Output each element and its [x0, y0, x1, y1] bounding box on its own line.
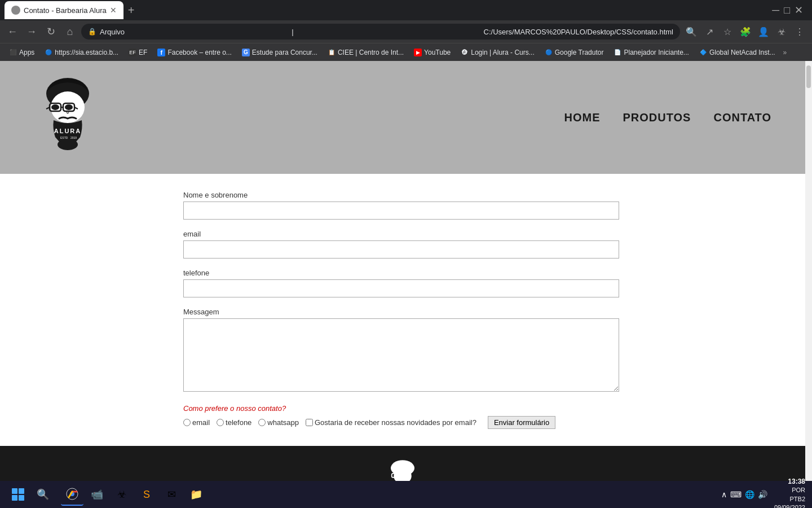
menu-icon[interactable]: ⋮: [792, 24, 807, 40]
nav-home[interactable]: HOME: [564, 111, 600, 124]
newsletter-option[interactable]: Gostaria de receber nossas novidades por…: [306, 418, 476, 427]
pref-whatsapp-label: whatsapp: [267, 418, 299, 427]
bookmark-estacio[interactable]: 🔵 https://sia.estacio.b...: [40, 46, 123, 59]
bookmark-alura[interactable]: 🅐 Login | Alura - Curs...: [456, 46, 539, 59]
close-icon[interactable]: ✕: [795, 4, 803, 16]
bookmark-planejador[interactable]: 📄 Planejador Iniciante...: [609, 46, 693, 59]
footer-logo: [383, 457, 422, 481]
nav-contact[interactable]: CONTATO: [713, 111, 771, 124]
keyboard-icon[interactable]: ⌨: [730, 490, 742, 499]
pref-phone-option[interactable]: telefone: [217, 418, 251, 427]
bookmark-youtube[interactable]: ▶ YouTube: [409, 46, 455, 59]
alura-favicon: 🅐: [461, 49, 469, 56]
reload-button[interactable]: ↻: [43, 24, 59, 40]
youtube-favicon: ▶: [414, 49, 422, 56]
svg-point-8: [65, 104, 73, 110]
address-url: |: [292, 28, 480, 36]
pref-whatsapp-radio[interactable]: [258, 419, 266, 426]
minimize-icon[interactable]: ─: [772, 5, 779, 16]
chrome-taskbar-app[interactable]: [61, 483, 83, 506]
chrome-icon: [65, 487, 79, 501]
translate-favicon: 🔵: [545, 49, 553, 56]
tab-bar: Contato - Barbearia Alura ✕ + ─ □ ✕: [0, 0, 812, 20]
contact-pref-question: Como prefere o nosso contato?: [183, 404, 619, 413]
bookmark-ef[interactable]: EF EF: [124, 46, 152, 59]
window-controls: ─ □ ✕: [772, 4, 807, 16]
bookmark-planejador-label: Planejador Iniciante...: [624, 49, 689, 56]
netacad-favicon: 🔷: [699, 49, 707, 56]
browser-window: Contato - Barbearia Alura ✕ + ─ □ ✕ ← → …: [0, 0, 812, 508]
bookmark-netacad-label: Global NetAcad Inst...: [709, 49, 775, 56]
meet-taskbar-app[interactable]: 📹: [86, 483, 108, 506]
email-input[interactable]: [183, 240, 619, 259]
new-tab-button[interactable]: +: [126, 4, 137, 17]
windows-logo-icon: [12, 488, 24, 501]
profile-icon[interactable]: 👤: [756, 24, 771, 40]
nav-products[interactable]: PRODUTOS: [623, 111, 691, 124]
page-scroll[interactable]: ALURA ESTD 2019 HOME PRODUTOS CONTATO No…: [0, 61, 805, 481]
volume-icon[interactable]: 🔊: [758, 490, 767, 499]
pref-email-option[interactable]: email: [183, 418, 210, 427]
name-input[interactable]: [183, 202, 619, 220]
virus-taskbar-app[interactable]: ☣: [111, 483, 133, 506]
scratch-taskbar-app[interactable]: S: [135, 483, 158, 506]
contact-pref-row: email telefone whatsapp Gostaria de rece…: [183, 416, 619, 429]
pref-email-radio[interactable]: [183, 419, 191, 426]
chevron-up-icon[interactable]: ∧: [721, 490, 727, 499]
bookmark-apps[interactable]: ⬛ Apps: [5, 46, 39, 59]
contact-form-section: Nome e sobrenome email telefone Messagem…: [0, 174, 805, 446]
phone-input[interactable]: [183, 279, 619, 297]
taskbar-locale: POR: [774, 486, 805, 494]
bookmark-youtube-label: YouTube: [424, 49, 451, 56]
bookmark-ef-label: EF: [139, 49, 147, 56]
svg-text:ALURA: ALURA: [54, 128, 82, 134]
site-nav: HOME PRODUTOS CONTATO: [564, 111, 771, 124]
explorer-taskbar-app[interactable]: 📁: [185, 483, 208, 506]
pref-whatsapp-option[interactable]: whatsapp: [258, 418, 299, 427]
virus-icon: ☣: [117, 488, 126, 501]
share-icon[interactable]: ↗: [701, 24, 717, 40]
bookmark-icon[interactable]: ☆: [720, 24, 735, 40]
network-icon[interactable]: 🌐: [745, 490, 754, 499]
newsletter-label: Gostaria de receber nossas novidades por…: [315, 418, 476, 427]
message-textarea[interactable]: [183, 318, 619, 392]
bookmark-ciee[interactable]: 📋 CIEE | Centro de Int...: [323, 46, 408, 59]
back-button[interactable]: ←: [5, 24, 20, 40]
bookmark-netacad[interactable]: 🔷 Global NetAcad Inst...: [695, 46, 780, 59]
pref-phone-label: telefone: [226, 418, 251, 427]
svg-point-12: [58, 139, 78, 150]
email-taskbar-app[interactable]: ✉: [160, 483, 183, 506]
pref-phone-radio[interactable]: [217, 419, 224, 426]
start-button[interactable]: [7, 483, 29, 506]
pref-email-label: email: [192, 418, 210, 427]
bookmarks-bar: ⬛ Apps 🔵 https://sia.estacio.b... EF EF …: [0, 43, 812, 61]
extensions-icon[interactable]: 🧩: [738, 24, 753, 40]
address-bar[interactable]: 🔒 Arquivo | C:/Users/MARCOS%20PAULO/Desk…: [81, 24, 680, 40]
message-label: Messagem: [183, 308, 619, 316]
bookmark-translate[interactable]: 🔵 Google Tradutor: [540, 46, 608, 59]
scrollbar[interactable]: [805, 61, 812, 481]
ef-favicon: EF: [129, 49, 136, 56]
search-icon[interactable]: 🔍: [683, 24, 699, 40]
google-favicon: G: [242, 49, 250, 56]
forward-button[interactable]: →: [24, 24, 39, 40]
tab-close-button[interactable]: ✕: [110, 6, 117, 15]
bookmark-facebook[interactable]: f Facebook – entre o...: [153, 46, 236, 59]
apps-favicon: ⬛: [9, 49, 17, 56]
taskbar-right: ∧ ⌨ 🌐 🔊 13:38 POR PTB2 09/09/2022: [721, 477, 805, 508]
svg-point-7: [51, 104, 59, 110]
bookmark-google[interactable]: G Estude para Concur...: [237, 46, 322, 59]
scrollbar-thumb[interactable]: [806, 65, 811, 88]
taskbar-clock[interactable]: 13:38 POR PTB2 09/09/2022: [774, 477, 805, 508]
biohazard-icon[interactable]: ☣: [774, 24, 789, 40]
maximize-icon[interactable]: □: [784, 5, 790, 16]
active-tab[interactable]: Contato - Barbearia Alura ✕: [5, 1, 123, 19]
estacio-favicon: 🔵: [45, 49, 52, 56]
toolbar-icons: 🔍 ↗ ☆ 🧩 👤 ☣ ⋮: [683, 24, 807, 40]
taskbar-search-button[interactable]: 🔍: [32, 483, 54, 506]
bookmark-facebook-label: Facebook – entre o...: [167, 49, 231, 56]
submit-button[interactable]: Enviar formulário: [488, 416, 555, 429]
home-button[interactable]: ⌂: [62, 24, 78, 40]
newsletter-checkbox[interactable]: [306, 419, 313, 426]
bookmarks-more-button[interactable]: »: [783, 49, 787, 56]
